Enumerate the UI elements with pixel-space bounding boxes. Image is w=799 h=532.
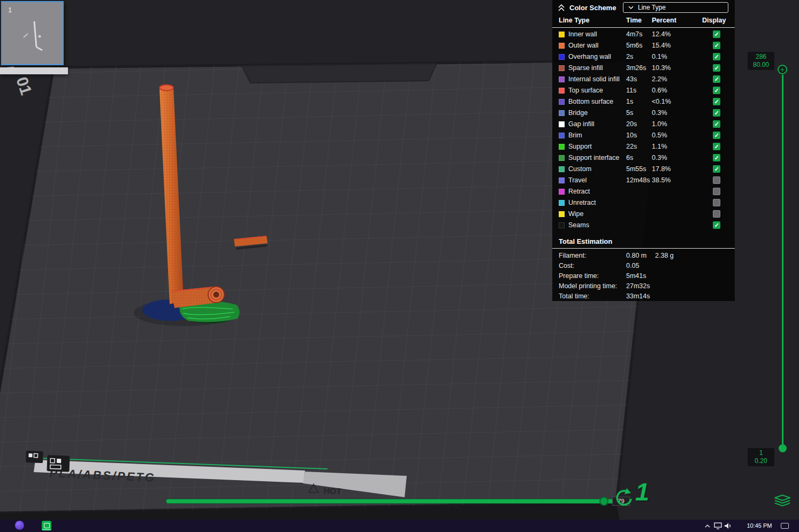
line-type-label: Custom [568,164,591,175]
layer-slider-track[interactable] [782,75,783,449]
line-time: 3m26s [626,63,646,74]
line-percent: 38.5% [652,175,671,186]
taskbar-clock[interactable]: 10:45 PM [741,522,778,529]
line-percent: 2.2% [652,74,667,85]
tray-notification-icon[interactable] [781,523,789,529]
plate-thumbnail-number: 1 [8,6,12,14]
line-type-row: Bottom surface 1s <0.1% ✓ [552,96,735,107]
collapse-panel-icon[interactable] [558,4,565,11]
line-time: 22s [626,141,637,152]
line-color-swatch [559,200,565,206]
line-time: 2s [626,51,633,63]
line-type-row: Inner wall 4m7s 12.4% ✓ [552,29,735,40]
display-checkbox[interactable]: ✓ [713,98,720,105]
display-checkbox[interactable]: ✓ [713,120,720,128]
line-percent: 0.3% [652,152,667,164]
line-color-swatch [559,222,565,228]
tray-display-icon[interactable] [714,522,722,531]
move-slider-handle[interactable] [599,497,608,506]
total-label: Model printing time: [559,281,617,291]
layer-bottom-height: 0.20 [748,457,774,465]
plate-number-indicator: 1 [635,479,649,504]
chevron-down-icon [628,5,634,10]
layer-top-height: 80.00 [748,61,774,69]
total-value: 33m14s [626,291,650,302]
column-display: Display [702,17,726,24]
line-type-row: Outer wall 5m6s 15.4% ✓ [552,40,735,51]
move-slider-track[interactable] [166,499,617,504]
display-checkbox[interactable]: ✓ [713,132,720,139]
display-checkbox[interactable]: ✓ [713,30,720,38]
display-checkbox[interactable]: ✓ [713,154,720,161]
display-checkbox[interactable] [713,210,720,218]
plus-icon: + [780,65,785,74]
line-time: 5m55s [626,164,646,175]
line-time: 5m6s [626,40,643,51]
display-checkbox[interactable]: ✓ [713,165,720,173]
line-time: 12m48s [626,175,650,186]
layers-icon[interactable] [774,495,790,510]
line-color-swatch [559,99,565,105]
line-type-label: Outer wall [568,40,598,51]
loop-arrow-icon[interactable] [611,487,635,513]
table-header: Line Type Time Percent Display [552,15,735,28]
line-type-row: Unretract [552,197,735,209]
panel-title: Color Scheme [569,4,616,12]
line-type-label: Support interface [568,152,619,164]
total-value: 5m41s [626,271,646,281]
layer-slider-handle[interactable] [779,444,787,452]
line-percent: 1.1% [652,141,667,152]
total-value: 0.05 [626,261,639,271]
line-color-swatch [559,133,565,138]
line-percent: 0.6% [652,85,667,96]
display-checkbox[interactable]: ✓ [713,42,720,49]
line-color-swatch [559,88,565,94]
line-type-label: Top surface [568,85,603,96]
line-type-label: Travel [568,175,587,186]
display-checkbox[interactable]: ✓ [713,87,720,94]
total-row: Model printing time: 27m32s [552,281,735,291]
line-type-rows: Inner wall 4m7s 12.4% ✓ Outer wall 5m6s … [552,29,735,231]
line-percent: 15.4% [652,40,671,51]
total-row: Total time: 33m14s [552,291,735,302]
plate-thumbnail-2[interactable] [0,67,68,74]
total-value: 27m32s [626,281,650,291]
line-percent: 10.3% [652,63,671,74]
display-checkbox[interactable]: ✓ [713,64,720,72]
line-time: 4m7s [626,29,643,40]
total-value: 0.80 m [626,251,646,261]
column-time: Time [626,17,642,24]
line-type-row: Internal solid infill 43s 2.2% ✓ [552,74,735,85]
tray-volume-icon[interactable] [724,522,732,531]
line-time: 20s [626,119,637,130]
display-checkbox[interactable]: ✓ [713,109,720,117]
total-label: Cost: [559,261,574,271]
layer-slider-add-button[interactable]: + [778,65,787,74]
display-checkbox[interactable] [713,176,720,184]
display-checkbox[interactable] [713,188,720,195]
column-percent: Percent [652,17,676,24]
display-checkbox[interactable] [713,199,720,206]
line-percent: 0.1% [652,51,667,63]
display-checkbox[interactable]: ✓ [713,143,720,150]
line-type-label: Overhang wall [568,51,611,63]
total-row: Prepare time: 5m41s [552,271,735,281]
line-type-row: Brim 10s 0.5% ✓ [552,130,735,141]
taskbar-app-icon[interactable] [15,521,24,530]
display-checkbox[interactable]: ✓ [713,221,720,229]
plate-handle-notch [242,64,437,83]
line-type-label: Retract [568,186,590,197]
line-color-swatch [559,65,565,71]
line-type-row: Travel 12m48s 38.5% [552,175,735,186]
tray-chevron-up-icon[interactable] [704,522,711,531]
line-color-swatch [559,76,565,82]
color-scheme-dropdown[interactable]: Line Type [623,2,728,13]
total-divider [552,248,735,249]
taskbar-slicer-icon[interactable] [42,521,51,530]
plate-thumbnail-1[interactable]: 1 [1,1,64,65]
display-checkbox[interactable]: ✓ [713,53,720,60]
line-time: 6s [626,152,633,164]
display-checkbox[interactable]: ✓ [713,75,720,83]
line-color-swatch [559,54,565,60]
taskbar: 10:45 PM [0,520,799,532]
